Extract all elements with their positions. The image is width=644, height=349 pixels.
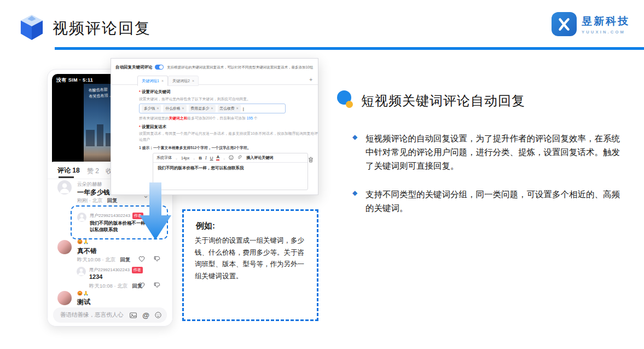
brand-name: 昱新科技 xyxy=(582,14,630,28)
comment-meta: 刚刚 · 北京回复 xyxy=(77,197,117,204)
italic-button[interactable]: I xyxy=(205,156,207,161)
delete-reply-icon[interactable] xyxy=(308,155,314,165)
example-body: 关于询价的设置成一组关键词，多少钱、什么价格，费用多少等。关于咨询班型、版本、型… xyxy=(195,235,306,282)
reply-editor-content[interactable]: 我们不同的版本价格不一样，您可以私信联系我 xyxy=(158,165,244,171)
comment-meta: 昨天10:08 · 北京回复 xyxy=(77,256,130,264)
yuuxin-logo-icon xyxy=(552,12,577,36)
close-icon[interactable]: × xyxy=(161,79,164,83)
close-icon[interactable]: × xyxy=(192,79,194,83)
user-emoji-icons: 😡🙏 xyxy=(77,291,89,296)
underline-button[interactable]: U xyxy=(210,156,213,161)
section-heading: 短视频关键词评论自动回复 xyxy=(361,92,525,110)
panel-title: 自动回复关键词评论 xyxy=(115,65,153,70)
close-icon[interactable]: × xyxy=(236,106,239,110)
author-badge: 作者 xyxy=(132,267,143,273)
keyword-group-tab-1[interactable]: 关键词组1× xyxy=(137,76,168,86)
font-color-button[interactable]: A xyxy=(216,155,219,161)
mention-icon[interactable]: @ xyxy=(142,311,149,319)
keyword-group-tab-2[interactable]: 关键词组2× xyxy=(168,76,199,86)
building-silhouette xyxy=(97,124,103,146)
attachment-icon[interactable] xyxy=(237,155,242,161)
bold-button[interactable]: B xyxy=(199,156,202,161)
heart-icon[interactable] xyxy=(138,254,145,264)
feature-bullet: 支持不同类型的关键词分组，同一类问题，可设置多个相近的、高频的关键词。 xyxy=(365,187,624,215)
close-icon[interactable]: × xyxy=(182,106,184,110)
reply-meta: 昨天10:08 · 北京回复 xyxy=(89,283,142,290)
font-select[interactable]: 系统字体 xyxy=(156,155,172,161)
avatar[interactable] xyxy=(77,213,86,222)
editor-toolbar: 系统字体 ⌄ 14px ⌄ B I U A ⌄ 插入评论关键词 xyxy=(153,153,308,163)
diamond-bullet-icon: ◆ xyxy=(352,189,357,197)
reply-text: 1234 xyxy=(89,273,102,280)
section-bullet-icon xyxy=(337,90,352,105)
brand-text: 昱新科技 YUUXIN.COM xyxy=(582,14,630,35)
add-group-button[interactable]: + xyxy=(309,77,312,83)
emoji-picker-icon[interactable] xyxy=(229,155,234,161)
keyword-tag[interactable]: 怎么收费× xyxy=(218,105,241,112)
keyword-hint: 设置关键词，当评论里内容包含了以下关键词，则系统可自动回复。 xyxy=(139,96,251,102)
keyword-section-label: *设置评论关键词 xyxy=(139,89,170,95)
image-icon[interactable] xyxy=(130,312,137,318)
example-box: 例如: 关于询价的设置成一组关键词，多少钱、什么价格，费用多少等。关于咨询班型、… xyxy=(182,209,318,321)
comment-text: 一年多少钱 xyxy=(77,188,110,197)
chevron-down-icon[interactable]: ⌄ xyxy=(193,156,195,160)
chevron-down-icon[interactable]: ⌄ xyxy=(223,156,225,160)
reply-section-label: *设置回复话术 xyxy=(139,124,166,130)
comment-input-placeholder: 善语结善缘，恶言伤人心 xyxy=(60,311,130,319)
building-silhouette xyxy=(86,130,95,146)
cube-logo-icon xyxy=(20,14,44,43)
header-divider xyxy=(55,47,644,50)
reply-link[interactable]: 回复 xyxy=(107,197,117,203)
font-size-select[interactable]: 14px xyxy=(181,156,189,160)
tab-likes[interactable]: 赞 2 xyxy=(87,167,99,176)
keywords-input[interactable]: 多少钱× 什么价格× 费用是多少× 怎么收费× | xyxy=(139,104,286,113)
brand-logo: 昱新科技 YUUXIN.COM xyxy=(552,12,630,36)
brand-domain: YUUXIN.COM xyxy=(582,30,630,35)
reply-editor[interactable]: 系统字体 ⌄ 14px ⌄ B I U A ⌄ 插入评论关键词 我们不同的版本价… xyxy=(153,153,308,190)
page: 视频评论回复 昱新科技 YUUXIN.COM 没有 SIM · 5:11 有酸也… xyxy=(0,0,644,349)
comment-input[interactable]: 善语结善缘，恶言伤人心 @ xyxy=(53,307,167,323)
reply-link[interactable]: 回复 xyxy=(120,256,130,262)
keyword-tag[interactable]: 多少钱× xyxy=(142,105,161,112)
reply-username: 用户2299214302243作者 xyxy=(89,267,143,273)
pointer-arrow xyxy=(138,182,172,243)
insert-comment-keyword-button[interactable]: 插入评论关键词 xyxy=(246,155,273,161)
auto-reply-toggle[interactable] xyxy=(155,65,164,70)
avatar[interactable] xyxy=(57,240,72,254)
status-bar: 没有 SIM · 5:11 xyxy=(56,77,93,84)
auto-reply-settings-panel: 自动回复关键词评论 支持根据评论的关键词设置回复话术，可以针对不同类型关键词设置… xyxy=(111,58,318,195)
close-icon[interactable]: × xyxy=(156,106,159,110)
avatar[interactable] xyxy=(57,291,72,305)
keyword-quota-text: 所有关键词组里的关键词之和最多可添加200个，目前剩余可添加 195 个 xyxy=(139,116,258,121)
thumbs-down-icon[interactable] xyxy=(154,254,160,264)
example-title: 例如: xyxy=(196,221,215,231)
reply-username: 用户2299214302243作者 xyxy=(90,213,143,219)
comment-username[interactable]: 云朵的赫赫 xyxy=(77,181,102,188)
keyword-tag[interactable]: 费用是多少× xyxy=(189,105,216,112)
close-icon[interactable]: × xyxy=(211,106,213,110)
reply-hint: 设置回复话术，每回复一个用户评论只发送一条话术，最多支持设置10条不同话术，按添… xyxy=(139,131,321,142)
tab-comments[interactable]: 评论 18 xyxy=(57,166,80,175)
keyword-tag[interactable]: 什么价格× xyxy=(163,105,186,112)
panel-description: 支持根据评论的关键词设置回复话术，可以针对不同类型关键词设置回复话术，最多添加1… xyxy=(167,65,313,70)
chevron-down-icon[interactable]: ⌄ xyxy=(175,156,178,160)
comment-text: 测试 xyxy=(77,297,90,307)
heart-icon[interactable] xyxy=(138,281,145,290)
diamond-bullet-icon: ◆ xyxy=(352,133,357,141)
comment-text: 真不错 xyxy=(77,247,97,256)
avatar[interactable] xyxy=(57,180,72,194)
feature-bullet: 短视频评论的自动回复设置，为了提升作者的评论回复效率，在系统中针对常见的评论用户… xyxy=(365,131,624,173)
text-cursor: | xyxy=(243,106,244,111)
smiley-icon[interactable] xyxy=(155,312,161,318)
avatar[interactable] xyxy=(77,267,86,276)
user-emoji-icons: 😡🙏 xyxy=(77,239,89,244)
thumbs-down-icon[interactable] xyxy=(154,281,160,290)
page-title: 视频评论回复 xyxy=(53,18,151,39)
reply-tip: 1 提示：一个富文本框最多支持512个字符，一个汉字占用2个字符。 xyxy=(139,145,251,151)
